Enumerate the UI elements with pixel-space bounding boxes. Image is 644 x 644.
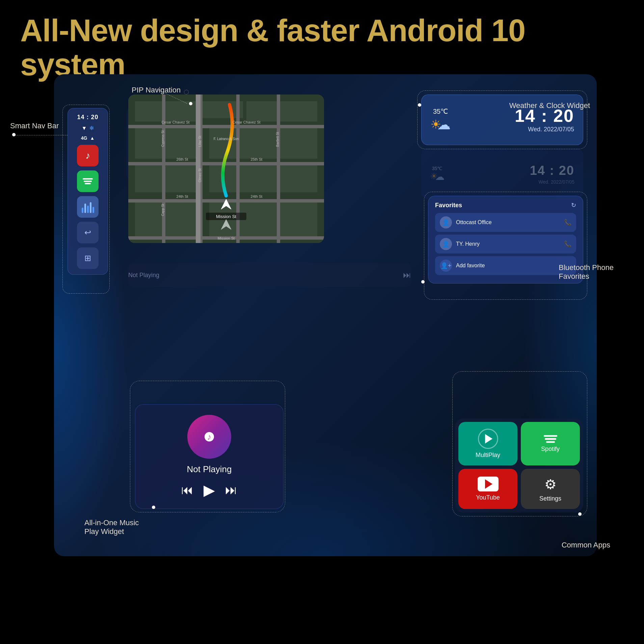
svg-rect-28 [277,95,280,243]
person-icon-2: 👤 [442,240,450,248]
voice-bars-icon [82,201,94,213]
music-note-icon: ♪ [85,150,90,161]
smart-nav-callout-line [14,135,68,135]
svg-rect-12 [165,165,199,192]
svg-rect-16 [135,203,162,236]
refresh-icon[interactable]: ↻ [571,202,576,209]
voice-app-icon[interactable] [77,196,99,218]
music-center-dot: ♪ [205,432,214,441]
svg-text:Cypress St: Cypress St [161,130,165,147]
music-callout-dot [152,506,155,509]
svg-rect-4 [246,101,277,122]
svg-rect-27 [236,95,240,243]
music-note-icon: ♪ [207,432,212,442]
pip-callout-dot [189,102,192,105]
svg-text:Capp St: Capp St [161,204,165,216]
weather-callout-dot [418,103,421,107]
bluetooth-favorites-annotation: Bluetooth PhoneFavorites [559,263,614,281]
svg-rect-6 [135,128,162,159]
call-icon-1[interactable]: 📞 [564,219,571,226]
svg-text:Cesar Chavez St: Cesar Chavez St [161,120,189,124]
weather-bg-right: 14 : 20 Wed. 2022/07/05 [450,163,574,185]
svg-text:24th St: 24th St [251,194,263,198]
spotify-bars-icon [83,178,93,184]
map-widget: Cesar Chavez St Cesar Chavez St 26th St … [128,95,324,243]
contact2-avatar: 👤 [440,238,452,250]
weather-widget-annotation: Weather & Clock Widget [509,101,590,110]
favorite-item-1[interactable]: 👤 Ottocast Office 📞 [435,213,576,232]
grid-button-icon[interactable]: ⊞ [77,247,99,269]
contact2-name: TY. Henry [456,241,560,247]
svg-rect-15 [280,165,317,192]
weather-date: Wed. 2022/07/05 [456,126,574,133]
network-label: 4G [81,135,87,141]
nav-time: 14 : 20 [77,114,98,121]
not-playing-bg-text: Not Playing [128,272,159,279]
person-icon: 👤 [442,219,450,226]
svg-rect-25 [162,95,165,243]
weather-bg-left: 35℃ ☀ ☁ [430,166,445,182]
pip-dot-border [184,90,189,95]
svg-rect-5 [280,101,317,122]
common-apps-annotation: Common Apps [562,541,610,549]
svg-text:Olmec St: Olmec St [198,168,202,182]
music-widget-annotation: All-in-One MusicPlay Widget [84,518,139,536]
add-favorite-avatar: 👤+ [440,260,452,272]
svg-rect-2 [165,101,199,122]
music-status-label: Not Playing [187,464,232,475]
spotify-app-icon[interactable] [77,170,99,192]
pip-navigation-annotation: PIP Navigation [132,86,181,95]
svg-rect-9 [240,128,277,159]
nav-network-row: 4G ▲ [81,135,95,141]
svg-text:25th St: 25th St [251,157,263,161]
spotify-app-tile[interactable]: Spotify [521,422,580,465]
music-app-icon[interactable]: ♪ [77,145,99,166]
common-apps-callout-dot [578,512,582,516]
svg-rect-17 [165,203,199,236]
next-track-button[interactable]: ⏭ [225,483,237,497]
svg-text:Bartlett St: Bartlett St [276,132,279,147]
svg-text:24th St: 24th St [177,194,188,198]
grid-icon: ⊞ [84,253,91,263]
weather-temperature: 35℃ [433,107,448,115]
contact1-avatar: 👤 [440,216,452,229]
apps-widget: MultiPlay Spotify YouTube [455,419,583,512]
map-background: Cesar Chavez St Cesar Chavez St 26th St … [128,95,324,243]
settings-label: Settings [539,495,561,502]
weather-right-section: 14 : 20 Wed. 2022/07/05 [456,107,574,133]
bluetooth-callout-dot [421,280,425,284]
svg-rect-22 [128,162,324,165]
svg-text:F. Latrano & Son: F. Latrano & Son [214,137,239,141]
bluetooth-icon: ✻ [89,125,94,131]
prev-track-button[interactable]: ⏮ [181,483,193,497]
play-pause-button[interactable]: ▶ [204,481,215,499]
svg-rect-10 [280,128,317,159]
svg-rect-20 [280,203,317,236]
add-favorite-item[interactable]: 👤+ Add favorite [435,256,576,275]
music-controls: ⏮ ▶ ⏭ [181,481,237,499]
back-button-icon[interactable]: ↩ [77,222,99,243]
gear-icon: ⚙ [544,477,557,492]
weather-icon-area: ☀ ☁ [430,117,451,132]
youtube-label: YouTube [476,494,500,501]
contact1-name: Ottocast Office [456,219,560,225]
multiplay-app-tile[interactable]: MultiPlay [458,422,517,465]
signal-icon: ▲ [90,135,95,141]
svg-text:Lilac St: Lilac St [198,136,202,147]
svg-rect-11 [135,165,162,192]
apps-grid: MultiPlay Spotify YouTube [458,422,580,509]
page-title: All-New design & faster Android 10 syste… [20,14,624,82]
spotify-icon [544,435,557,443]
settings-app-tile[interactable]: ⚙ Settings [521,469,580,509]
smart-nav-callout-dot [12,133,16,136]
spotify-label: Spotify [541,446,560,453]
svg-rect-21 [128,125,324,128]
youtube-app-tile[interactable]: YouTube [458,469,517,509]
svg-text:Mission St: Mission St [216,214,236,219]
multiplay-label: MultiPlay [476,452,500,459]
map-svg: Cesar Chavez St Cesar Chavez St 26th St … [128,95,324,243]
favorite-item-2[interactable]: 👤 TY. Henry 📞 [435,235,576,253]
smart-nav-bar: 14 : 20 ▼ ✻ 4G ▲ ♪ ↩ ⊞ [68,108,108,275]
multiplay-icon [478,429,498,449]
call-icon-2[interactable]: 📞 [564,240,571,248]
